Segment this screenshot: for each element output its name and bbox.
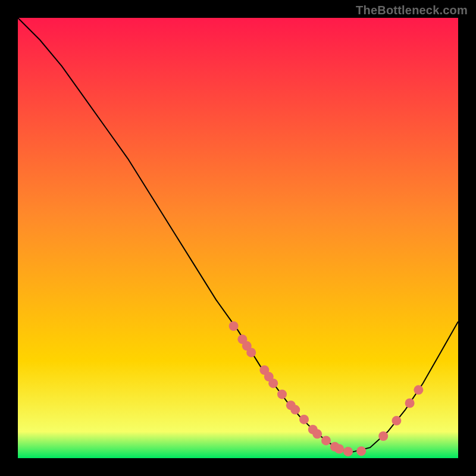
data-point bbox=[299, 415, 309, 424]
data-point bbox=[392, 416, 401, 425]
data-point bbox=[405, 399, 415, 408]
chart-frame: TheBottleneck.com bbox=[0, 0, 476, 476]
data-point bbox=[229, 321, 239, 331]
gradient-background bbox=[18, 18, 458, 458]
data-point bbox=[414, 385, 423, 394]
data-point bbox=[356, 446, 366, 456]
data-point bbox=[321, 436, 331, 445]
data-point bbox=[343, 447, 353, 456]
chart-svg bbox=[18, 18, 458, 458]
data-point bbox=[268, 378, 278, 388]
plot-area bbox=[18, 18, 458, 458]
watermark-text: TheBottleneck.com bbox=[356, 4, 468, 17]
data-point bbox=[277, 390, 287, 399]
data-point bbox=[290, 405, 300, 415]
data-point bbox=[312, 429, 322, 439]
data-point bbox=[378, 431, 388, 441]
data-point bbox=[334, 444, 344, 454]
data-point bbox=[246, 347, 256, 357]
